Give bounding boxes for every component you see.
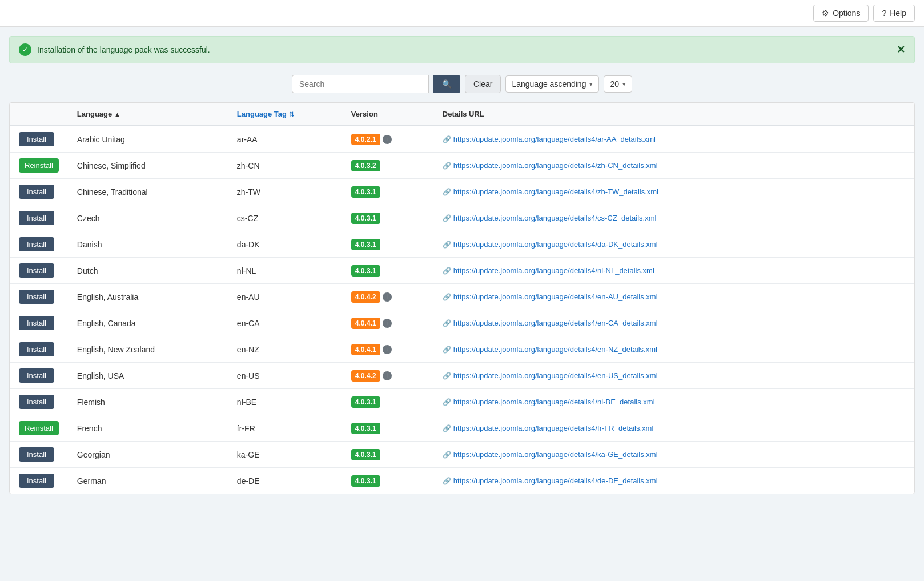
table-row: Install English, New Zealand en-NZ 4.0.4… [10, 336, 914, 363]
language-name-cell: Dutch [68, 258, 228, 284]
info-icon[interactable]: i [383, 371, 392, 380]
details-link[interactable]: 🔗 https://update.joomla.org/language/det… [443, 450, 905, 459]
install-button[interactable]: Install [19, 290, 54, 304]
external-link-icon: 🔗 [443, 372, 451, 380]
version-cell: 4.0.3.1 [342, 179, 433, 205]
version-number: 4.0.2.1 [351, 134, 380, 145]
install-button[interactable]: Install [19, 368, 54, 383]
version-badge: 4.0.3.1 [351, 449, 380, 460]
table-row: Install Chinese, Traditional zh-TW 4.0.3… [10, 179, 914, 205]
info-icon[interactable]: i [383, 319, 392, 328]
reinstall-button[interactable]: Reinstall [19, 421, 59, 435]
search-button[interactable]: 🔍 [433, 75, 460, 93]
version-badge: 4.0.4.2 i [351, 291, 392, 303]
language-tag-cell: ar-AA [228, 126, 342, 153]
details-link[interactable]: 🔗 https://update.joomla.org/language/det… [443, 187, 905, 196]
external-link-icon: 🔗 [443, 477, 451, 485]
language-tag-cell: de-DE [228, 468, 342, 494]
version-number: 4.0.3.1 [351, 186, 380, 198]
col-header-tag[interactable]: Language Tag ⇅ [228, 103, 342, 126]
alert-close-button[interactable]: ✕ [897, 43, 905, 56]
language-tag-cell: fr-FR [228, 415, 342, 442]
details-link[interactable]: 🔗 https://update.joomla.org/language/det… [443, 345, 905, 354]
help-button[interactable]: ? Help [873, 5, 915, 22]
language-tag-cell: da-DK [228, 231, 342, 258]
help-icon: ? [882, 9, 886, 18]
details-cell: 🔗 https://update.joomla.org/language/det… [433, 126, 914, 153]
language-name-cell: German [68, 468, 228, 494]
details-link[interactable]: 🔗 https://update.joomla.org/language/det… [443, 292, 905, 301]
language-tag-cell: cs-CZ [228, 205, 342, 231]
details-cell: 🔗 https://update.joomla.org/language/det… [433, 258, 914, 284]
install-button[interactable]: Install [19, 185, 54, 199]
info-icon[interactable]: i [383, 292, 392, 302]
version-badge: 4.0.4.1 i [351, 318, 392, 329]
per-page-dropdown[interactable]: 20 ▾ [604, 75, 632, 93]
action-cell: Install [10, 336, 68, 363]
version-cell: 4.0.3.1 [342, 205, 433, 231]
col-header-language[interactable]: Language ▲ [68, 103, 228, 126]
language-tag-cell: zh-TW [228, 179, 342, 205]
details-cell: 🔗 https://update.joomla.org/language/det… [433, 310, 914, 336]
install-button[interactable]: Install [19, 316, 54, 330]
options-button[interactable]: ⚙ Options [813, 5, 869, 22]
info-icon[interactable]: i [383, 345, 392, 354]
version-badge: 4.0.2.1 i [351, 134, 392, 145]
version-number: 4.0.4.2 [351, 291, 380, 303]
language-name-cell: Chinese, Traditional [68, 179, 228, 205]
details-link[interactable]: 🔗 https://update.joomla.org/language/det… [443, 240, 905, 249]
table-row: Install English, Canada en-CA 4.0.4.1 i … [10, 310, 914, 336]
toolbar: 🔍 Clear Language ascending ▾ 20 ▾ [9, 75, 915, 93]
details-link[interactable]: 🔗 https://update.joomla.org/language/det… [443, 135, 905, 143]
table-row: Install Dutch nl-NL 4.0.3.1 🔗 https://up… [10, 258, 914, 284]
version-number: 4.0.3.1 [351, 423, 380, 434]
table-header-row: Language ▲ Language Tag ⇅ Version Detail… [10, 103, 914, 126]
details-link[interactable]: 🔗 https://update.joomla.org/language/det… [443, 424, 905, 432]
language-name-cell: English, Canada [68, 310, 228, 336]
language-name-cell: Arabic Unitag [68, 126, 228, 153]
action-cell: Install [10, 258, 68, 284]
version-cell: 4.0.4.1 i [342, 336, 433, 363]
version-number: 4.0.3.1 [351, 213, 380, 224]
language-name-cell: French [68, 415, 228, 442]
install-button[interactable]: Install [19, 342, 54, 356]
external-link-icon: 🔗 [443, 398, 451, 406]
language-tag-cell: nl-NL [228, 258, 342, 284]
languages-table: Language ▲ Language Tag ⇅ Version Detail… [9, 102, 915, 494]
install-button[interactable]: Install [19, 474, 54, 488]
details-link[interactable]: 🔗 https://update.joomla.org/language/det… [443, 476, 905, 485]
external-link-icon: 🔗 [443, 424, 451, 432]
details-cell: 🔗 https://update.joomla.org/language/det… [433, 468, 914, 494]
action-cell: Install [10, 126, 68, 153]
version-badge: 4.0.4.2 i [351, 370, 392, 382]
install-button[interactable]: Install [19, 395, 54, 409]
details-link[interactable]: 🔗 https://update.joomla.org/language/det… [443, 398, 905, 406]
language-name-cell: Flemish [68, 389, 228, 415]
sort-dropdown[interactable]: Language ascending ▾ [505, 75, 599, 93]
details-cell: 🔗 https://update.joomla.org/language/det… [433, 179, 914, 205]
details-link[interactable]: 🔗 https://update.joomla.org/language/det… [443, 266, 905, 275]
install-button[interactable]: Install [19, 237, 54, 251]
reinstall-button[interactable]: Reinstall [19, 158, 59, 173]
install-button[interactable]: Install [19, 263, 54, 278]
alert-success: ✓ Installation of the language pack was … [9, 36, 915, 63]
search-input[interactable] [292, 75, 429, 93]
install-button[interactable]: Install [19, 211, 54, 225]
language-name-cell: English, New Zealand [68, 336, 228, 363]
details-link[interactable]: 🔗 https://update.joomla.org/language/det… [443, 371, 905, 380]
version-cell: 4.0.3.1 [342, 258, 433, 284]
search-icon: 🔍 [442, 79, 452, 89]
language-name-cell: Danish [68, 231, 228, 258]
info-icon[interactable]: i [383, 135, 392, 144]
language-tag-cell: en-NZ [228, 336, 342, 363]
details-link[interactable]: 🔗 https://update.joomla.org/language/det… [443, 161, 905, 170]
clear-button[interactable]: Clear [465, 75, 501, 93]
details-link[interactable]: 🔗 https://update.joomla.org/language/det… [443, 319, 905, 327]
install-button[interactable]: Install [19, 447, 54, 462]
details-cell: 🔗 https://update.joomla.org/language/det… [433, 389, 914, 415]
install-button[interactable]: Install [19, 132, 54, 146]
details-link[interactable]: 🔗 https://update.joomla.org/language/det… [443, 214, 905, 222]
top-bar: ⚙ Options ? Help [0, 0, 924, 27]
version-badge: 4.0.3.2 [351, 160, 380, 171]
version-number: 4.0.4.1 [351, 344, 380, 355]
